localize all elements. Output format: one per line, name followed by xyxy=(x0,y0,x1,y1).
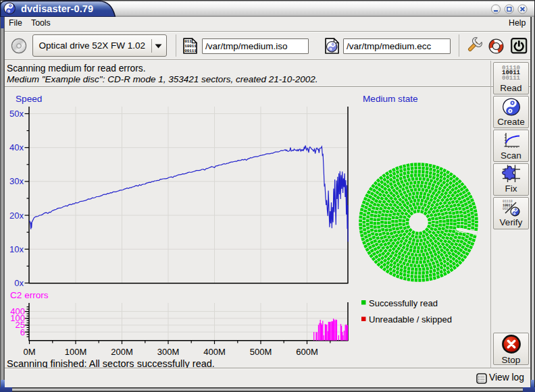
svg-text:400M: 400M xyxy=(203,347,226,357)
svg-text:50x: 50x xyxy=(9,109,24,119)
svg-text:100M: 100M xyxy=(65,347,87,357)
svg-text:Successfully read: Successfully read xyxy=(369,298,438,308)
svg-text:01110: 01110 xyxy=(503,200,513,203)
svg-text:C2 errors: C2 errors xyxy=(10,290,49,300)
svg-text:Speed: Speed xyxy=(16,94,42,104)
svg-text:0M: 0M xyxy=(23,347,35,357)
svg-text:Unreadable / skipped: Unreadable / skipped xyxy=(369,314,452,325)
svg-text:30x: 30x xyxy=(9,176,24,186)
svg-text:600M: 600M xyxy=(296,347,318,357)
svg-text:300M: 300M xyxy=(157,347,180,357)
svg-text:200M: 200M xyxy=(111,347,133,357)
svg-text:500M: 500M xyxy=(250,347,272,357)
svg-text:20x: 20x xyxy=(9,211,24,221)
svg-text:40x: 40x xyxy=(9,142,24,152)
svg-text:6: 6 xyxy=(20,327,25,337)
svg-text:10x: 10x xyxy=(9,244,24,254)
svg-text:10011: 10011 xyxy=(503,204,513,207)
svg-text:0x: 0x xyxy=(14,278,24,288)
svg-text:Medium state: Medium state xyxy=(363,94,418,104)
